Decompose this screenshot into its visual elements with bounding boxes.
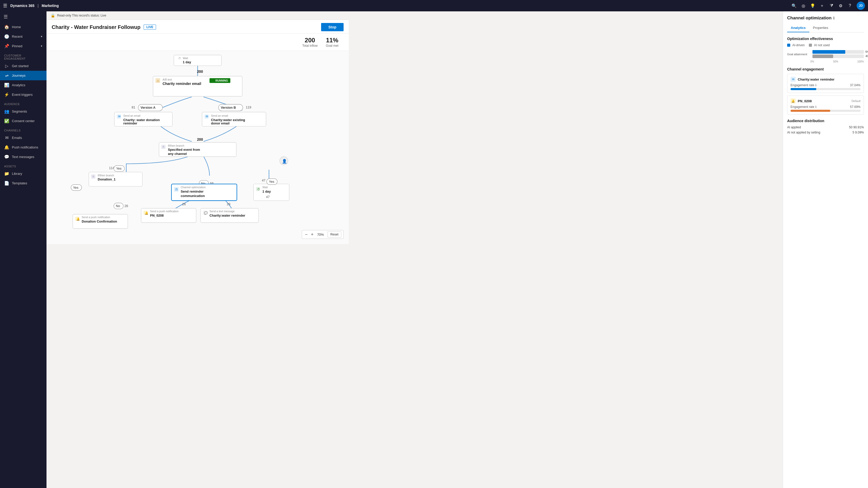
chevron-down-icon: ▾ bbox=[41, 44, 42, 48]
svg-text:Specified event from: Specified event from bbox=[168, 148, 200, 152]
zoom-in-button[interactable]: + bbox=[310, 232, 315, 237]
sidebar-item-label: Get started bbox=[12, 64, 28, 68]
hamburger-icon[interactable]: ☰ bbox=[3, 3, 7, 8]
svg-text:1 day: 1 day bbox=[262, 190, 271, 193]
segments-icon: 👥 bbox=[4, 109, 9, 114]
sidebar-section-channels: Channels bbox=[0, 126, 46, 133]
sidebar-item-label: Emails bbox=[12, 136, 22, 140]
svg-text:✉: ✉ bbox=[118, 115, 121, 118]
journey-title: Charity - Water Fundraiser Followup bbox=[52, 24, 141, 30]
goal-met-label: Goal met bbox=[326, 44, 338, 47]
svg-text:Yes: Yes bbox=[269, 180, 274, 184]
email-icon: ✉ bbox=[4, 135, 9, 140]
svg-text:Wait: Wait bbox=[183, 57, 188, 60]
svg-text:29: 29 bbox=[227, 202, 230, 206]
sidebar-item-library[interactable]: 📁 Library bbox=[0, 169, 46, 178]
svg-text:Yes: Yes bbox=[116, 167, 122, 170]
sidebar-item-event-triggers[interactable]: ⚡ Event triggers bbox=[0, 90, 46, 99]
event-icon: ⚡ bbox=[4, 92, 9, 97]
svg-text:Channel optimization: Channel optimization bbox=[181, 186, 206, 189]
svg-text:⑃: ⑃ bbox=[92, 175, 94, 178]
journey-icon: ⇌ bbox=[4, 73, 9, 78]
info-bar-text: Read-only This record's status: Live bbox=[57, 14, 106, 17]
svg-text:🔔: 🔔 bbox=[145, 211, 149, 215]
sidebar-item-label: Home bbox=[12, 25, 21, 29]
svg-text:⏱: ⏱ bbox=[178, 57, 181, 60]
push-icon: 🔔 bbox=[4, 145, 9, 150]
svg-text:114: 114 bbox=[109, 166, 115, 170]
sidebar-section-assets: Assets bbox=[0, 162, 46, 169]
svg-text:Send a push notification: Send a push notification bbox=[82, 216, 110, 219]
sidebar-item-get-started[interactable]: ▷ Get started bbox=[0, 61, 46, 71]
svg-text:Send an email: Send an email bbox=[211, 115, 228, 117]
svg-text:119: 119 bbox=[246, 106, 251, 109]
templates-icon: 📄 bbox=[4, 181, 9, 186]
sidebar-item-push-notifications[interactable]: 🔔 Push notifications bbox=[0, 142, 46, 152]
analytics-icon: 📊 bbox=[4, 83, 9, 88]
svg-text:Charity:water reminder: Charity:water reminder bbox=[210, 214, 245, 218]
sidebar-item-label: Analytics bbox=[12, 83, 25, 87]
sidebar-item-text-messages[interactable]: 💬 Text messages bbox=[0, 152, 46, 162]
sidebar-item-journeys[interactable]: ⇌ Journeys bbox=[0, 71, 46, 80]
canvas-area[interactable]: ⏱ Wait 1 day 200 ⚠ A/B test Charity remi… bbox=[46, 51, 349, 244]
top-nav: ☰ Dynamics 365 | Marketing 🔍 ◎ 💡 ＋ ⧩ ⚙ ?… bbox=[0, 0, 434, 11]
svg-text:Charity:water existing: Charity:water existing bbox=[211, 118, 245, 122]
svg-text:Yes: Yes bbox=[73, 186, 79, 190]
consent-icon: ✅ bbox=[4, 119, 9, 123]
sms-icon: 💬 bbox=[4, 154, 9, 159]
reset-zoom-button[interactable]: Reset bbox=[328, 231, 341, 237]
journey-canvas: ⏱ Wait 1 day 200 ⚠ A/B test Charity remi… bbox=[46, 51, 349, 244]
svg-text:200: 200 bbox=[197, 138, 203, 141]
module-name: Marketing bbox=[41, 4, 59, 8]
svg-text:RUNNING: RUNNING bbox=[215, 79, 228, 82]
play-icon: ▷ bbox=[4, 64, 9, 68]
svg-text:81: 81 bbox=[132, 106, 135, 109]
total-inflow-stat: 200 Total inflow bbox=[302, 37, 317, 47]
sidebar-item-label: Text messages bbox=[12, 155, 34, 159]
sidebar-item-label: Journeys bbox=[12, 74, 26, 77]
sidebar-item-analytics[interactable]: 📊 Analytics bbox=[0, 80, 46, 90]
sidebar-item-label: Segments bbox=[12, 109, 27, 113]
svg-text:donor email: donor email bbox=[211, 122, 230, 125]
svg-text:Donation Confirmation: Donation Confirmation bbox=[82, 220, 117, 223]
sidebar-item-label: Library bbox=[12, 172, 22, 175]
svg-text:any channel: any channel bbox=[168, 152, 187, 156]
sidebar-item-emails[interactable]: ✉ Emails bbox=[0, 133, 46, 142]
svg-rect-43 bbox=[89, 172, 142, 187]
sidebar-item-home[interactable]: 🏠 Home bbox=[0, 22, 46, 32]
sidebar-item-pinned[interactable]: 📌 Pinned ▾ bbox=[0, 41, 46, 51]
sidebar-item-segments[interactable]: 👥 Segments bbox=[0, 107, 46, 116]
sidebar-item-label: Event triggers bbox=[12, 93, 33, 97]
svg-text:⏱: ⏱ bbox=[257, 188, 260, 191]
sidebar-item-templates[interactable]: 📄 Templates bbox=[0, 178, 46, 188]
svg-text:Charity reminder email: Charity reminder email bbox=[162, 82, 201, 86]
svg-text:Version A: Version A bbox=[141, 106, 156, 109]
svg-text:✉: ✉ bbox=[206, 115, 208, 118]
svg-text:communication: communication bbox=[181, 194, 205, 198]
stats-row: 200 Total inflow 11% Goal met bbox=[46, 34, 349, 51]
sidebar-item-label: Recent bbox=[12, 35, 23, 38]
main-area: 🔒 Read-only This record's status: Live C… bbox=[46, 11, 349, 244]
brand-name: Dynamics 365 bbox=[10, 4, 34, 8]
live-badge: LIVE bbox=[144, 25, 156, 30]
sidebar-hamburger[interactable]: ☰ bbox=[0, 11, 46, 22]
recent-icon: 🕐 bbox=[4, 34, 9, 39]
svg-text:If/then branch: If/then branch bbox=[98, 174, 114, 177]
svg-text:No: No bbox=[116, 204, 120, 208]
svg-rect-59 bbox=[253, 184, 289, 201]
sidebar-item-label: Consent center bbox=[12, 119, 35, 123]
svg-text:Donation_1: Donation_1 bbox=[98, 177, 116, 181]
zoom-controls: − + 70% Reset bbox=[302, 230, 344, 239]
info-bar: 🔒 Read-only This record's status: Live bbox=[46, 11, 349, 20]
zoom-out-button[interactable]: − bbox=[304, 232, 309, 237]
sidebar-item-consent-center[interactable]: ✅ Consent center bbox=[0, 116, 46, 126]
sidebar-item-recent[interactable]: 🕐 Recent ▾ bbox=[0, 32, 46, 41]
total-inflow-label: Total inflow bbox=[302, 44, 317, 47]
stop-button[interactable]: Stop bbox=[321, 23, 344, 31]
sidebar-section-audience: Audience bbox=[0, 99, 46, 107]
sidebar-item-label: Pinned bbox=[12, 44, 22, 48]
total-inflow-value: 200 bbox=[302, 37, 317, 44]
pin-icon: 📌 bbox=[4, 44, 9, 48]
home-icon: 🏠 bbox=[4, 25, 9, 29]
svg-text:200: 200 bbox=[197, 70, 203, 74]
